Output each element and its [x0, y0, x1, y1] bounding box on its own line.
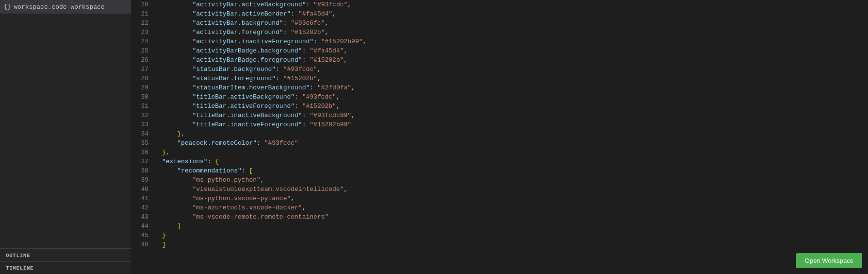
code-line: "titleBar.inactiveForeground": "#15202b9…	[162, 120, 868, 129]
code-line: "activityBar.activeBorder": "#fa45d4",	[162, 9, 868, 18]
open-workspace-button[interactable]: Open Workspace	[796, 253, 862, 268]
code-line: "activityBar.inactiveForeground": "#1520…	[162, 37, 868, 46]
line-numbers: 2021222324252627282930313233343536373839…	[131, 0, 154, 274]
code-line: "titleBar.inactiveBackground": "#93fcdc9…	[162, 111, 868, 120]
sidebar-file-item[interactable]: {} workspace.code-workspace	[0, 0, 131, 14]
code-line: "activityBarBadge.background": "#fa45d4"…	[162, 46, 868, 55]
code-line: "ms-python.vscode-pylance",	[162, 194, 868, 203]
code-line: "recommendations": [	[162, 166, 868, 175]
code-line: "activityBar.foreground": "#15202b",	[162, 28, 868, 37]
sidebar-file-label: workspace.code-workspace	[14, 3, 104, 11]
sidebar: {} workspace.code-workspace OUTLINE TIME…	[0, 0, 131, 274]
code-line: "titleBar.activeForeground": "#15202b",	[162, 102, 868, 111]
code-line: "statusBarItem.hoverBackground": "#2fd0f…	[162, 83, 868, 92]
code-line: }	[162, 231, 868, 240]
code-line: "statusBar.foreground": "#15202b",	[162, 74, 868, 83]
code-line: },	[162, 148, 868, 157]
code-line: "activityBarBadge.foreground": "#15202b"…	[162, 55, 868, 65]
code-line: "ms-azuretools.vscode-docker",	[162, 203, 868, 212]
code-line: ]	[162, 240, 868, 249]
code-line: },	[162, 129, 868, 138]
code-area: 2021222324252627282930313233343536373839…	[131, 0, 868, 274]
code-line: "ms-python.python",	[162, 175, 868, 185]
code-content[interactable]: "activityBar.activeBackground": "#93fcdc…	[154, 0, 868, 274]
outline-panel-tab[interactable]: OUTLINE	[0, 249, 131, 261]
code-line: "extensions": {	[162, 157, 868, 166]
code-line: "visualstudioexptteam.vscodeintellicode"…	[162, 185, 868, 194]
file-icon: {}	[4, 3, 11, 10]
code-line: ]	[162, 222, 868, 231]
code-line: "activityBar.background": "#93e6fc",	[162, 18, 868, 28]
sidebar-bottom: OUTLINE TIMELINE	[0, 248, 131, 274]
code-line: "peacock.remoteColor": "#93fcdc"	[162, 138, 868, 148]
editor: 2021222324252627282930313233343536373839…	[131, 0, 868, 274]
code-line: "ms-vscode-remote.remote-containers"	[162, 212, 868, 222]
code-line: "titleBar.activeBackground": "#93fcdc",	[162, 92, 868, 102]
timeline-panel-tab[interactable]: TIMELINE	[0, 261, 131, 274]
code-line: "activityBar.activeBackground": "#93fcdc…	[162, 0, 868, 9]
code-line: "statusBar.background": "#93fcdc",	[162, 65, 868, 74]
